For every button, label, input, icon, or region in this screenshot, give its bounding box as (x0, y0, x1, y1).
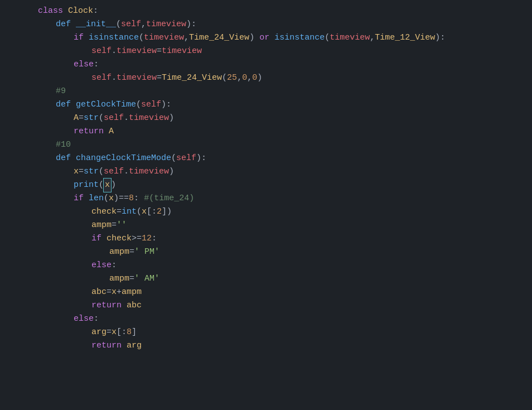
keyword-return2: return (91, 299, 122, 312)
class-time12: Time_12_View (375, 31, 435, 45)
var-ampm4: ampm (122, 286, 142, 299)
class-time24-2: Time_24_View (162, 71, 222, 85)
keyword-def2: def (56, 98, 71, 112)
code-line-25: arg = x [: 8 ] (0, 326, 532, 339)
func-print: print (74, 179, 99, 192)
func-changeclock: changeClockTimeMode (76, 152, 171, 165)
code-line-13: x = str ( self . timeview ) (0, 165, 532, 179)
num-12: 12 (142, 232, 152, 245)
keyword-if3: if (91, 232, 101, 245)
str-am: ' AM' (134, 272, 159, 286)
var-x4: x (112, 286, 117, 299)
self-keyword2: self (91, 71, 112, 85)
code-line-18: if check >= 12 : (0, 232, 532, 245)
var-ampm: ampm (91, 219, 112, 232)
func-getclocktime: getClockTime (76, 98, 136, 112)
code-line-4: self . timeview = timeview (0, 45, 532, 58)
keyword-else2: else (91, 259, 112, 272)
var-x5: x (112, 326, 117, 339)
var-abc: abc (91, 286, 107, 299)
str-empty: '' (117, 219, 127, 232)
attr-timeview4: timeview (129, 165, 169, 179)
attr-timeview3: timeview (129, 112, 169, 125)
func-isinstance: isinstance (89, 31, 139, 45)
self-keyword: self (91, 45, 112, 58)
code-line-23: return abc (0, 299, 532, 312)
code-line-5: else : (0, 58, 532, 71)
code-line-3: if isinstance ( timeview , Time_24_View … (0, 31, 532, 45)
func-int: int (122, 205, 137, 219)
code-line-9: A = str ( self . timeview ) (0, 112, 532, 125)
func-str2: str (84, 165, 99, 179)
str-pm: ' PM' (134, 245, 159, 259)
attr-timeview: timeview (117, 45, 157, 58)
var-A-ret: A (109, 125, 114, 138)
var-ampm2: ampm (109, 245, 129, 259)
code-line-14: print ( x ) (0, 179, 532, 192)
var-x2: x (109, 192, 114, 205)
comment-10: #10 (56, 138, 71, 152)
param-self: self (121, 18, 141, 31)
code-line-21: ampm = ' AM' (0, 272, 532, 286)
var-abc-ret: abc (127, 299, 142, 312)
code-line-19: ampm = ' PM' (0, 245, 532, 259)
var-check: check (91, 205, 117, 219)
code-line-24: else : (0, 312, 532, 326)
var-x3: x (142, 205, 147, 219)
param-self3: self (176, 152, 196, 165)
param-self2: self (141, 98, 161, 112)
var-timeview2: timeview (330, 31, 370, 45)
num-25: 25 (227, 71, 237, 85)
code-line-22: abc = x + ampm (0, 286, 532, 299)
num-2: 2 (157, 205, 162, 219)
code-line-6: self . timeview = Time_24_View ( 25 , 0 … (0, 71, 532, 85)
keyword-or: or (259, 31, 269, 45)
code-line-1: class Clock : (0, 4, 532, 18)
var-timeview-val: timeview (162, 45, 202, 58)
var-arg-ret: arg (127, 339, 142, 353)
num-0b: 0 (252, 71, 257, 85)
keyword-return: return (74, 125, 104, 138)
var-check2: check (107, 232, 132, 245)
var-timeview: timeview (144, 31, 184, 45)
num-8: 8 (129, 192, 134, 205)
self-keyword3: self (104, 112, 124, 125)
var-x: x (74, 165, 79, 179)
num-8b: 8 (127, 326, 132, 339)
num-0a: 0 (242, 71, 247, 85)
keyword-def3: def (56, 152, 71, 165)
keyword-if2: if (74, 192, 84, 205)
keyword-else: else (74, 58, 94, 71)
keyword-def: def (56, 18, 71, 31)
code-line-11: #10 (0, 138, 532, 152)
code-line-26: return arg (0, 339, 532, 353)
func-isinstance2: isinstance (274, 31, 325, 45)
code-line-17: ampm = '' (0, 219, 532, 232)
keyword-else3: else (74, 312, 94, 326)
param-timeview: timeview (146, 18, 186, 31)
var-A: A (74, 112, 79, 125)
class-time24: Time_24_View (189, 31, 249, 45)
self-keyword4: self (104, 165, 124, 179)
attr-timeview2: timeview (117, 71, 157, 85)
func-str: str (84, 112, 99, 125)
class-name: Clock (68, 4, 93, 18)
code-line-10: return A (0, 125, 532, 138)
code-line-12: def changeClockTimeMode ( self ): (0, 152, 532, 165)
var-ampm3: ampm (109, 272, 129, 286)
comment-9: #9 (56, 85, 66, 98)
func-init: __init__ (76, 18, 116, 31)
func-len: len (89, 192, 104, 205)
comment-time24: #(time_24) (144, 192, 194, 205)
code-line-2: def __init__ ( self , timeview ): (0, 18, 532, 31)
code-line-8: def getClockTime ( self ): (0, 98, 532, 112)
code-line-16: check = int ( x [: 2 ]) (0, 205, 532, 219)
keyword-return3: return (91, 339, 122, 353)
code-line-20: else : (0, 259, 532, 272)
keyword-class: class (38, 4, 63, 18)
var-x-highlight: x (104, 179, 111, 192)
keyword-if: if (74, 31, 84, 45)
code-line-15: if len ( x )== 8 : #(time_24) (0, 192, 532, 205)
code-editor: class Clock : def __init__ ( self , time… (0, 0, 532, 410)
var-arg: arg (91, 326, 107, 339)
